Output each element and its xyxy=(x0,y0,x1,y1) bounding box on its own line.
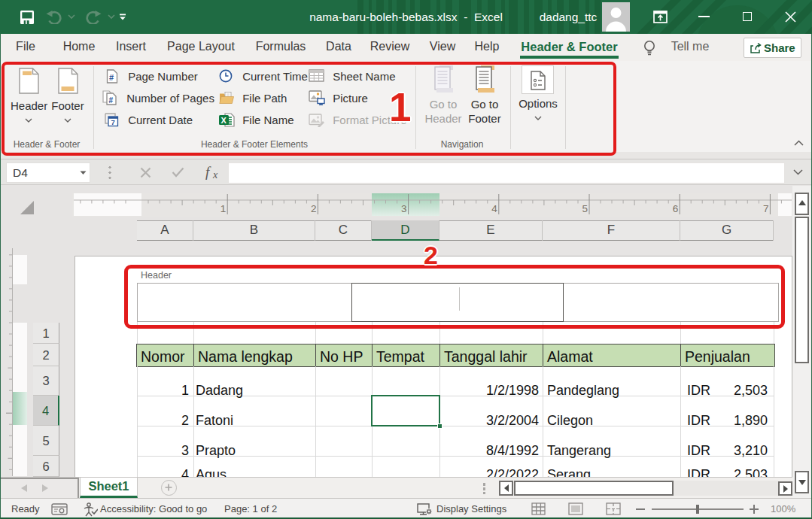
svg-text:4: 4 xyxy=(491,203,497,214)
svg-text:3: 3 xyxy=(401,203,407,214)
svg-text:7: 7 xyxy=(763,203,769,214)
svg-text:1: 1 xyxy=(220,203,227,214)
svg-text:6: 6 xyxy=(673,203,679,214)
svg-text:5: 5 xyxy=(582,203,588,214)
svg-text:2: 2 xyxy=(311,203,317,214)
svg-text:f: f xyxy=(205,165,211,180)
svg-text:x: x xyxy=(212,169,218,181)
